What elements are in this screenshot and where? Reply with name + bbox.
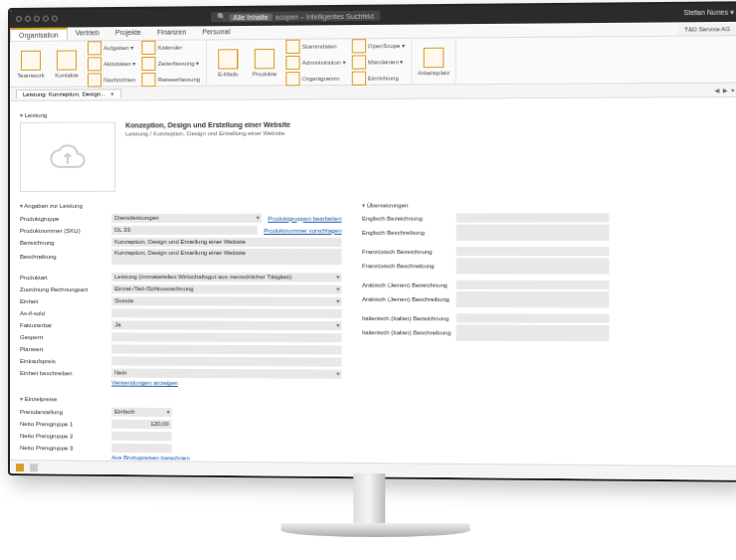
it-besch-field[interactable]: [457, 324, 610, 341]
section-leistung[interactable]: Leistung: [20, 107, 730, 118]
section-uebersetzungen[interactable]: Übersetzungen: [362, 201, 609, 208]
lbl-zuordnung: Zuordnung Rechnungsart: [20, 286, 111, 292]
statusbar-icon[interactable]: [16, 464, 24, 471]
ribbon-administration[interactable]: Administration ▾: [285, 55, 345, 70]
einheit-field[interactable]: Stunde: [111, 296, 341, 306]
tab-organisation[interactable]: Organisation: [10, 28, 68, 41]
nav-dd-icon[interactable]: ▾: [731, 87, 734, 93]
tab-projekte[interactable]: Projekte: [107, 27, 149, 40]
fakturierbar-field[interactable]: Ja: [111, 320, 341, 330]
preisdarstellung-field[interactable]: Einfach: [111, 408, 171, 417]
ribbon-organigramm[interactable]: Organigramm: [285, 71, 345, 86]
einkaufspreis-field[interactable]: [111, 356, 341, 366]
ribbon-stammdaten[interactable]: Stammdaten: [285, 39, 345, 54]
lbl-netto2: Netto Preisgruppe 2: [20, 433, 111, 440]
fr-bez-field[interactable]: [457, 247, 610, 256]
asifsold-field[interactable]: [111, 308, 341, 318]
ribbon-openscope[interactable]: OpenScope ▾: [351, 38, 405, 53]
link-sku-vorschlagen[interactable]: Produktnummer vorschlagen: [264, 227, 341, 233]
netto2-field[interactable]: [111, 432, 171, 442]
lbl-asifsold: As-if-sold: [20, 310, 111, 316]
window-control-icon[interactable]: [16, 16, 22, 22]
ribbon: Teamwork Kontakte Aufgaben ▾ Aktivitäten…: [10, 36, 736, 88]
ribbon-mandanten[interactable]: Mandanten ▾: [351, 55, 405, 70]
tab-personal[interactable]: Personal: [194, 26, 238, 39]
ribbon-reiseerfassung[interactable]: Reiseerfassung: [142, 72, 200, 86]
statusbar-icon[interactable]: [30, 464, 38, 471]
produktart-field[interactable]: Leistung (immaterielles Wirtschaftsgut a…: [111, 273, 341, 281]
window-control-icon[interactable]: [25, 16, 31, 22]
close-icon[interactable]: ×: [110, 91, 114, 96]
travel-icon: [142, 73, 156, 87]
search-placeholder: scopen – Intelligentes Suchfeld: [276, 12, 374, 20]
tab-vertrieb[interactable]: Vertrieb: [68, 27, 107, 40]
lbl-fr-bez: Französisch Bezeichnung: [362, 249, 457, 255]
content-area: Leistung Konzeption, Design und Erstellu…: [10, 99, 736, 466]
einheitbeschr-field[interactable]: Nein: [111, 369, 341, 379]
search-scope-pill[interactable]: Alle Inhalte: [229, 13, 272, 20]
ribbon-aktivitaeten[interactable]: Aktivitäten ▾: [88, 57, 136, 71]
lbl-en-bez: Englisch Bezeichnung: [362, 215, 457, 221]
tasks-icon: [88, 41, 101, 55]
products-icon: [255, 48, 275, 68]
netto1-field[interactable]: 120,00: [111, 420, 171, 429]
breadcrumb: Leistung / Konzeption, Design und Erstel…: [125, 130, 290, 137]
orgchart-icon: [285, 72, 299, 86]
app-window: 🔍 Alle Inhalte scopen – Intelligentes Su…: [8, 1, 736, 481]
global-search[interactable]: 🔍 Alle Inhalte scopen – Intelligentes Su…: [211, 11, 380, 23]
window-control-icon[interactable]: [52, 16, 58, 22]
doc-tab[interactable]: Leistung: Konzeption, Design… ×: [16, 89, 121, 98]
ar-besch-field[interactable]: [457, 291, 610, 308]
ribbon-aufgaben[interactable]: Aufgaben ▾: [88, 40, 136, 54]
lbl-en-besch: Englisch Beschreibung: [362, 230, 457, 236]
produktgruppe-field[interactable]: Dienstleistungen: [111, 214, 262, 223]
setup-icon: [351, 71, 365, 85]
ribbon-kontakte[interactable]: Kontakte: [52, 44, 82, 83]
beschreibung-field[interactable]: Konzeption, Design und Erstellung einer …: [111, 249, 341, 265]
section-angaben[interactable]: Angaben zur Leistung: [20, 201, 342, 209]
lbl-planwert: Planwert: [20, 346, 111, 352]
contacts-icon: [57, 50, 77, 70]
netto3-field[interactable]: [111, 444, 171, 454]
ar-bez-field[interactable]: [457, 280, 610, 289]
nav-next-icon[interactable]: ▶: [723, 87, 728, 93]
lbl-beschreibung: Beschreibung: [20, 254, 111, 260]
ribbon-kalender[interactable]: Kalender: [142, 40, 200, 55]
user-menu[interactable]: Stefan Nunes ▾: [683, 9, 734, 18]
nav-prev-icon[interactable]: ◀: [714, 87, 719, 93]
ribbon-nachrichten[interactable]: Nachrichten: [88, 73, 136, 87]
search-icon: 🔍: [217, 13, 226, 21]
lbl-ar-besch: Arabisch (Jemen) Beschreibung: [362, 296, 457, 302]
ribbon-zeiterfassung[interactable]: Zeiterfassung ▾: [142, 56, 200, 70]
fr-besch-field[interactable]: [457, 258, 610, 274]
section-einzelpreise[interactable]: Einzelpreise: [20, 395, 342, 404]
lbl-sku: Produktnummer (SKU): [20, 227, 111, 233]
activities-icon: [88, 57, 101, 71]
lbl-it-besch: Italienisch (Italien) Beschreibung: [362, 329, 457, 335]
zuordnung-field[interactable]: Einzel-/Teil-/Schlussrechnung: [111, 284, 341, 294]
org-selector[interactable]: T&D Service AG: [678, 24, 736, 36]
lbl-netto1: Netto Preisgruppe 1: [20, 421, 111, 428]
tab-finanzen[interactable]: Finanzen: [149, 26, 194, 39]
ribbon-arbeitsplatz[interactable]: Arbeitsplatz: [419, 42, 450, 82]
calendar-icon: [142, 40, 156, 54]
en-besch-field[interactable]: [457, 225, 610, 241]
sku-field[interactable]: DL 33: [111, 226, 258, 235]
link-produktgruppen-bearbeiten[interactable]: Produktgruppen bearbeiten: [268, 215, 341, 221]
ribbon-emails[interactable]: E-Mails: [213, 43, 243, 83]
lbl-fakturierbar: Fakturierbar: [20, 322, 111, 328]
masterdata-icon: [285, 39, 299, 53]
admin-icon: [285, 55, 299, 69]
window-control-icon[interactable]: [43, 16, 49, 22]
ribbon-einrichtung[interactable]: Einrichtung: [351, 71, 405, 86]
ribbon-produkte[interactable]: Produkte: [250, 43, 280, 83]
it-bez-field[interactable]: [457, 313, 610, 323]
bezeichnung-field[interactable]: Konzeption, Design und Erstellung einer …: [111, 238, 341, 247]
gesperrt-field[interactable]: [111, 332, 341, 342]
image-placeholder[interactable]: [20, 121, 115, 191]
ribbon-teamwork[interactable]: Teamwork: [16, 45, 46, 84]
window-control-icon[interactable]: [34, 16, 40, 22]
monitor-stand: [353, 473, 385, 525]
en-bez-field[interactable]: [457, 213, 610, 222]
planwert-field[interactable]: [111, 344, 341, 354]
